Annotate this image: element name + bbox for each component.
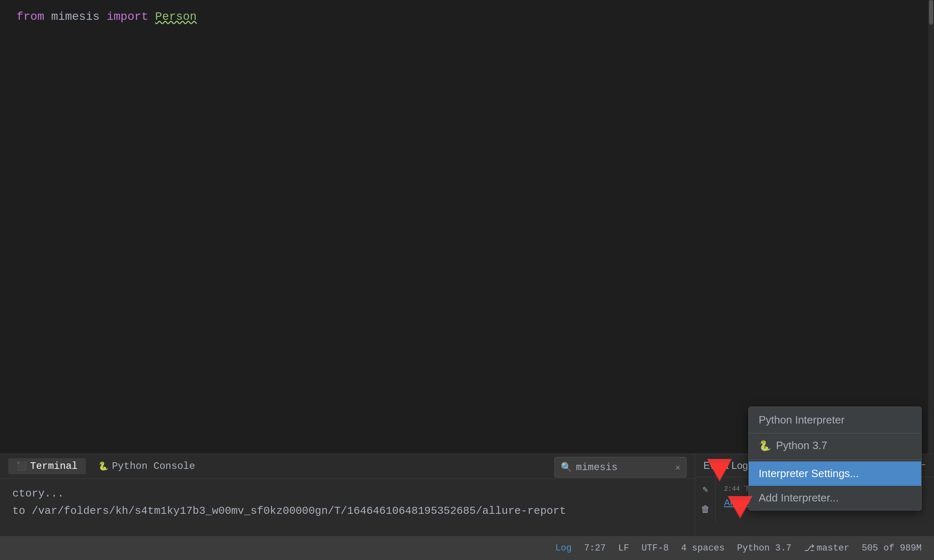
search-close-button[interactable]: ✕ bbox=[675, 462, 680, 473]
branch-icon: ⎇ bbox=[804, 543, 814, 554]
class-name: Person bbox=[155, 10, 197, 23]
keyword-from: from bbox=[17, 10, 44, 23]
module-name: mimesis bbox=[51, 10, 100, 23]
keyword-import: import bbox=[106, 10, 148, 23]
svg-marker-3 bbox=[730, 500, 750, 519]
scrollbar-thumb[interactable] bbox=[929, 0, 933, 25]
status-branch[interactable]: ⎇ master bbox=[804, 543, 849, 554]
terminal-icon: ⬛ bbox=[17, 461, 27, 471]
python-interpreter-menu: Python Interpreter 🐍 Python 3.7 Interpre… bbox=[748, 407, 922, 511]
editor-area: from mimesis import Person bbox=[0, 0, 934, 454]
delete-action-button[interactable]: 🗑 bbox=[696, 501, 715, 518]
svg-marker-1 bbox=[709, 463, 730, 482]
add-interpreter-label: Add Interpreter... bbox=[759, 492, 839, 504]
context-menu-header: Python Interpreter bbox=[749, 407, 921, 433]
editor-scrollbar[interactable] bbox=[928, 0, 934, 454]
arrow-indicator-2 bbox=[724, 488, 757, 523]
tab-python-console-label: Python Console bbox=[112, 461, 195, 472]
python-icon: 🐍 bbox=[759, 440, 770, 452]
status-memory: 505 of 989M bbox=[862, 543, 922, 553]
status-log-link[interactable]: Log bbox=[555, 543, 572, 553]
code-line-1: from mimesis import Person bbox=[17, 8, 917, 26]
status-python-version[interactable]: Python 3.7 bbox=[737, 543, 792, 553]
add-interpreter-menu-item[interactable]: Add Interpreter... bbox=[749, 486, 921, 510]
tab-terminal-label: Terminal bbox=[30, 461, 78, 472]
arrow-indicator-1 bbox=[703, 451, 736, 486]
terminal-search-box[interactable]: 🔍 mimesis ✕ bbox=[554, 457, 686, 478]
tab-terminal[interactable]: ⬛ Terminal bbox=[8, 458, 86, 474]
search-input-value[interactable]: mimesis bbox=[576, 462, 671, 473]
status-bar: Log 7:27 LF UTF-8 4 spaces Python 3.7 ⎇ … bbox=[0, 536, 934, 560]
branch-name: master bbox=[817, 543, 849, 553]
status-encoding[interactable]: UTF-8 bbox=[642, 543, 669, 553]
tab-python-console[interactable]: 🐍 Python Console bbox=[90, 458, 203, 474]
interpreter-settings-label: Interpreter Settings... bbox=[759, 467, 859, 480]
status-position[interactable]: 7:27 bbox=[584, 543, 606, 553]
python37-label: Python 3.7 bbox=[776, 439, 827, 452]
python-console-icon: 🐍 bbox=[98, 461, 108, 471]
context-menu-separator bbox=[749, 459, 921, 460]
python37-menu-item[interactable]: 🐍 Python 3.7 bbox=[749, 433, 921, 458]
search-icon: 🔍 bbox=[561, 462, 572, 473]
interpreter-settings-menu-item[interactable]: Interpreter Settings... bbox=[749, 461, 921, 486]
status-indent[interactable]: 4 spaces bbox=[681, 543, 725, 553]
status-line-ending[interactable]: LF bbox=[618, 543, 629, 553]
